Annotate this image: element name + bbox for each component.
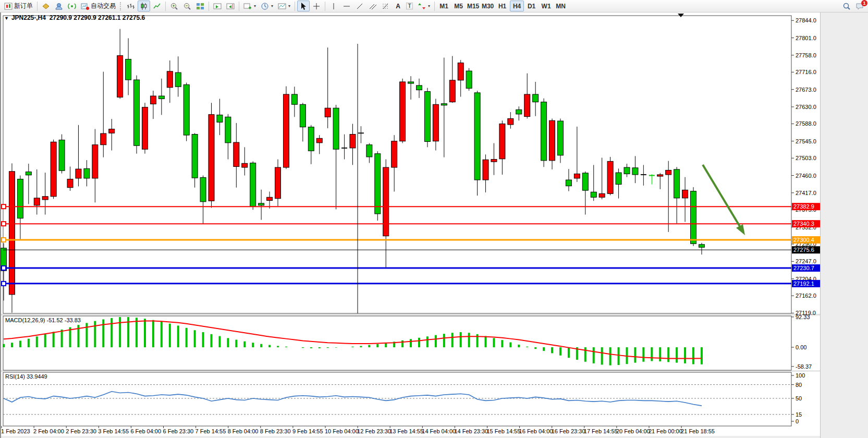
line-anchor[interactable] (2, 204, 6, 209)
candlestick-icon (140, 2, 148, 10)
vertical-line-icon (329, 2, 338, 10)
price-badge-label: 27275.6 (793, 247, 814, 253)
time-tick-label: 20 Feb 04:00 (616, 428, 650, 434)
candle-body (491, 160, 497, 162)
candle-body (383, 167, 389, 236)
macd-tick-label: -58.37 (796, 363, 812, 370)
new-chart-button[interactable]: ▾ (241, 1, 258, 11)
price-tick-label: 27247.0 (796, 258, 816, 264)
time-tick-label: 16 Feb 23:30 (552, 428, 585, 434)
price-tick-label: 27545.0 (796, 138, 816, 144)
timeframe-w1-button[interactable]: W1 (539, 1, 553, 11)
bar-chart-button[interactable] (125, 1, 137, 11)
timeframe-m15-button[interactable]: M15 (466, 1, 480, 11)
line-anchor[interactable] (2, 222, 6, 226)
timeframe-h4-button[interactable]: H4 (510, 1, 524, 11)
new-order-button[interactable]: 新订单 (2, 1, 35, 11)
candlestick-chart-button[interactable] (138, 1, 150, 11)
chevron-down-icon: ▾ (254, 4, 256, 8)
time-tick-label: 21 Feb 18:55 (681, 428, 715, 434)
chat-button[interactable]: 1 (853, 1, 866, 11)
window-border-left (0, 13, 1, 438)
candle-body (632, 168, 638, 175)
rsi-tick-label: 100 (796, 372, 805, 379)
candle-body (101, 133, 106, 145)
cursor-button[interactable] (297, 1, 310, 11)
price-tick-label: 27417.0 (796, 190, 816, 196)
candle-body (34, 198, 40, 205)
candle-body (582, 173, 588, 190)
trendline-button[interactable] (353, 1, 366, 11)
candle-body (366, 145, 372, 157)
candle-body (26, 172, 31, 175)
auto-scroll-button[interactable] (211, 1, 224, 11)
chat-badge: 1 (861, 0, 867, 6)
crosshair-icon (312, 2, 321, 10)
candle-body (557, 121, 563, 155)
candle-body (392, 141, 397, 167)
line-anchor[interactable] (2, 238, 6, 242)
crosshair-button[interactable] (310, 1, 323, 11)
chart-shift-button[interactable] (224, 1, 237, 11)
timeframe-m5-button[interactable]: M5 (451, 1, 466, 11)
zoom-out-button[interactable] (181, 1, 193, 11)
tile-windows-button[interactable] (194, 1, 206, 11)
toolbar-separator (165, 2, 166, 11)
timeframe-mn-button[interactable]: MN (554, 1, 568, 11)
signals-button[interactable] (66, 1, 78, 11)
market-button[interactable] (40, 1, 52, 11)
text-label-icon: T (406, 3, 413, 9)
search-button[interactable] (840, 1, 853, 11)
time-tick-label: 8 Feb 04:00 (228, 428, 259, 434)
toolbar-separator (37, 2, 38, 11)
timeframe-m1-button[interactable]: M1 (437, 1, 451, 11)
price-tick-label: 27162.0 (796, 293, 816, 299)
auto-trading-label: 自动交易 (91, 2, 116, 10)
channel-button[interactable] (366, 1, 379, 11)
bottom-strip (1, 436, 820, 438)
time-tick-label: 6 Feb 23:30 (163, 428, 194, 434)
time-tick-label: 13 Feb 14:55 (389, 428, 423, 434)
text-label-button[interactable]: T (404, 1, 415, 11)
candle-body (400, 82, 406, 141)
text-button[interactable]: A (393, 1, 404, 11)
template-icon (278, 2, 286, 10)
vertical-line-button[interactable] (327, 1, 340, 11)
arrows-shapes-icon (418, 2, 426, 10)
time-tick-label: 2 Feb 23:30 (66, 428, 96, 434)
time-tick-label: 8 Feb 23:30 (260, 428, 291, 434)
line-anchor[interactable] (2, 282, 6, 286)
timeframe-m30-button[interactable]: M30 (481, 1, 495, 11)
price-tick-label: 27758.0 (796, 52, 816, 58)
timeframe-h1-button[interactable]: H1 (495, 1, 509, 11)
trend-arrow[interactable] (703, 165, 740, 226)
candle-body (508, 118, 514, 125)
horizontal-line-button[interactable] (340, 1, 353, 11)
price-tick-label: 27588.0 (796, 120, 816, 127)
macd-label: MACD(12,26,9) -51.52 -33.83 (5, 317, 81, 323)
time-tick-label: 16 Feb 04:00 (519, 428, 553, 434)
line-anchor[interactable] (2, 266, 6, 270)
candle-body (9, 172, 15, 295)
community-button[interactable] (53, 1, 65, 11)
candle-body (76, 169, 81, 178)
line-chart-button[interactable] (151, 1, 163, 11)
time-tick-label: 12 Feb 23:30 (357, 428, 391, 434)
zoom-in-button[interactable] (168, 1, 180, 11)
timeframe-d1-button[interactable]: D1 (524, 1, 539, 11)
fibonacci-button[interactable] (380, 1, 392, 11)
candle-body (59, 140, 65, 171)
rsi-tick-label: 80 (796, 382, 802, 388)
price-badge-label: 27192.1 (793, 281, 814, 287)
toolbar-separator (295, 2, 295, 11)
arrows-button[interactable]: ▾ (415, 1, 432, 11)
candle-body (167, 71, 173, 88)
chart-window[interactable]: 27844.027801.027758.027716.027673.027630… (0, 0, 868, 438)
tile-windows-icon (196, 2, 204, 10)
periods-button[interactable]: ▾ (259, 1, 275, 11)
auto-trading-button[interactable]: 自动交易 (79, 1, 118, 11)
price-badge-label: 27382.9 (793, 203, 814, 210)
templates-button[interactable]: ▾ (276, 1, 292, 11)
price-tick-label: 27844.0 (796, 17, 816, 23)
candle-body (300, 104, 305, 127)
